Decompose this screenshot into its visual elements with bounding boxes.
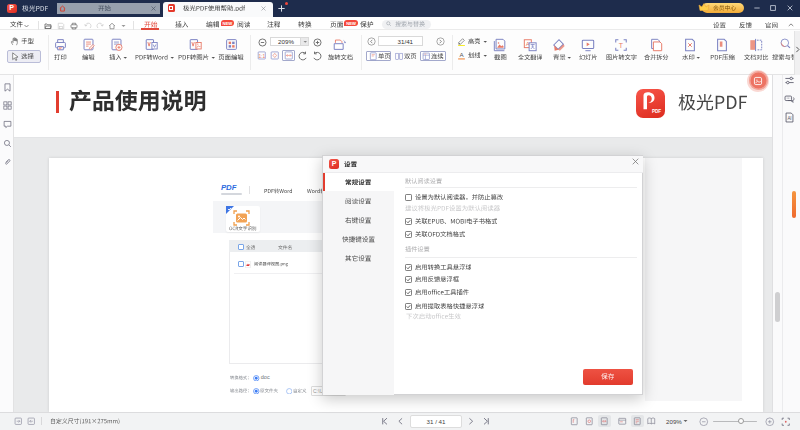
svg-text:A: A <box>459 51 464 58</box>
svg-text:1:1: 1:1 <box>258 54 265 59</box>
svg-text:T: T <box>619 41 624 48</box>
svg-text:AI: AI <box>787 115 791 120</box>
